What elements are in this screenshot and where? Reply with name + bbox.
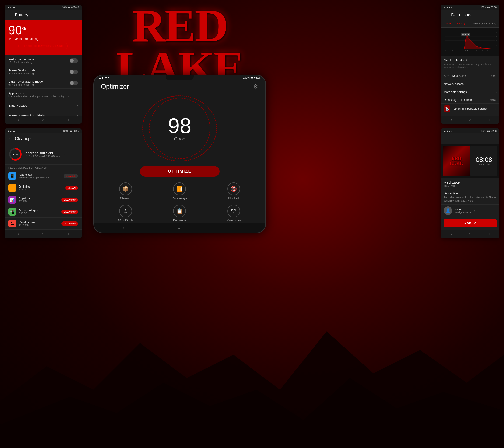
junk-clean-button[interactable]: CLEAN xyxy=(65,186,78,190)
app-launch-item[interactable]: App launch Manage launches and apps runn… xyxy=(5,89,82,101)
cleanup-nav-home[interactable]: ○ xyxy=(41,232,44,236)
data-bottom-bar: ‹ ○ □ xyxy=(441,116,499,124)
cleanup-status-right: 100% ■■ 08:06 xyxy=(63,130,79,132)
storage-title: Storage sufficient xyxy=(26,151,60,155)
theme-author[interactable]: 👤 hanni No signature set › xyxy=(441,205,499,217)
grid-virus-scan[interactable]: 🛡 Virus scan xyxy=(209,205,258,222)
data-nav-home[interactable]: ○ xyxy=(468,118,471,122)
background-mountains xyxy=(0,308,504,448)
svg-text:7: 7 xyxy=(493,50,494,51)
battery-usage-title: Battery usage xyxy=(8,104,27,107)
battery-time-remaining: 14 h 36 min remaining xyxy=(8,37,78,41)
theme-size: 48.52 MB xyxy=(444,185,497,187)
data-nav-back[interactable]: ‹ xyxy=(451,118,452,122)
data-limit-section: No data limit set Your carrier's data ca… xyxy=(441,55,499,72)
storage-chevron[interactable]: › xyxy=(64,152,65,156)
theme-desc-text: Red Lake theme for EMUI 9.1. Version 1.0… xyxy=(444,196,497,202)
grid-cleanup[interactable]: 📦 Cleanup xyxy=(101,182,150,200)
battery-nav-recent[interactable]: □ xyxy=(66,118,69,122)
optimizer-settings-icon[interactable]: ⚙ xyxy=(253,83,258,90)
phone-nav-back[interactable]: ‹ xyxy=(123,225,124,230)
data-back-button[interactable]: ← xyxy=(445,13,449,18)
theme-nav-back[interactable]: ‹ xyxy=(451,232,452,236)
autoclean-sub: Maintain optimal performance xyxy=(19,176,61,179)
apply-theme-button[interactable]: APPLY xyxy=(444,219,497,228)
phone-header: Optimizer ⚙ xyxy=(94,80,265,93)
grid-blocked[interactable]: 📵 Blocked xyxy=(209,182,258,200)
grid-data-usage[interactable]: 📶 Data usage xyxy=(155,182,204,200)
battery-header: ← Battery xyxy=(5,10,82,20)
author-avatar: 👤 xyxy=(444,207,452,215)
theme-header: ← xyxy=(441,133,499,144)
performance-mode-toggle[interactable] xyxy=(70,58,78,63)
sim1-tab[interactable]: SIM 1 (Telekom) xyxy=(441,20,470,27)
phone-battery-time: 100% ■■ 08:08 xyxy=(243,76,261,79)
optimizer-circle: 98 Good xyxy=(142,95,217,161)
optimize-battery-button[interactable]: OPTIMIZE BATTERY USAGE xyxy=(18,43,68,49)
junk-files-item: 🗑 Junk files 4.17 GB CLEAN xyxy=(5,182,82,194)
cleanup-header: ← Cleanup xyxy=(5,133,82,144)
theme-lockscreen-preview: 08:08 Min, 12 Feb xyxy=(470,146,498,176)
residual-title: Residual files xyxy=(19,221,59,224)
autoclean-enable-button[interactable]: ENABLE xyxy=(64,174,78,178)
data-nav-recent[interactable]: □ xyxy=(487,118,489,122)
data-panel: ▲▲ ●● 100% ■■ 08:08 ← Data usage SIM 1 (… xyxy=(441,5,499,124)
svg-text:5: 5 xyxy=(482,50,483,51)
tethering-item[interactable]: 📡 Tethering & portable hotspot › xyxy=(441,104,499,114)
cleanup-nav-back[interactable]: ‹ xyxy=(18,232,19,236)
grid-hours[interactable]: ⏱ 28 h 13 min xyxy=(101,205,150,222)
cleanup-nav-recent[interactable]: □ xyxy=(66,232,69,236)
virus-scan-grid-icon: 🛡 xyxy=(227,205,240,217)
network-access-chevron: › xyxy=(496,83,497,85)
phone-nav-recent[interactable]: □ xyxy=(234,225,236,230)
power-saving-mode-title: Power Saving mode xyxy=(8,69,36,72)
optimize-button[interactable]: OPTIMIZE xyxy=(140,166,219,177)
phone-nav-home[interactable]: ○ xyxy=(178,225,180,230)
data-usage-chart: 254 203 153 102 51 0.0 1 2 Today 4 5 6 7… xyxy=(443,29,498,52)
cleanup-panel: ▲▲ ●● 100% ■■ 08:06 ← Cleanup 87% Storag… xyxy=(5,128,82,238)
grid-dropzone[interactable]: 📋 Dropzone xyxy=(155,205,204,222)
network-access-item[interactable]: Network access › xyxy=(441,80,499,88)
appdata-icon: 📊 xyxy=(8,196,16,204)
theme-info: Red Lake 48.52 MB xyxy=(441,178,499,190)
data-usage-more-link[interactable]: More › xyxy=(490,98,497,101)
app-launch-chevron: › xyxy=(77,93,78,97)
svg-text:1: 1 xyxy=(445,50,446,51)
power-saving-toggle[interactable] xyxy=(70,70,78,74)
battery-back-button[interactable]: ← xyxy=(8,13,13,18)
performance-mode-item: Performance mode 13 h 8 min remaining xyxy=(5,55,82,66)
ultra-power-title: Ultra Power Saving mode xyxy=(8,80,43,83)
phone-signal: ▲▲ ●●● xyxy=(99,76,109,79)
wallpaper-text: RED LAKE xyxy=(450,156,463,166)
ultra-power-toggle[interactable] xyxy=(70,81,78,85)
svg-text:102: 102 xyxy=(496,44,498,46)
storage-sub: 111.42 GB used, 128 GB total xyxy=(26,155,60,158)
theme-desc-more[interactable]: More xyxy=(468,199,473,202)
smart-data-saver-item[interactable]: Smart Data Saver Off › xyxy=(441,72,499,80)
battery-panel-statusbar: ▲▲ ●● 90% ■■ 4GB 08 xyxy=(5,5,82,10)
data-signal: ▲▲ ●● xyxy=(444,6,452,9)
ultra-power-sub: 94 h 34 min remaining xyxy=(8,83,43,86)
unused-apps-button[interactable]: CLEAN UP xyxy=(61,210,78,214)
residual-button[interactable]: CLEAN UP xyxy=(61,221,78,226)
author-name: hanni xyxy=(454,208,471,211)
theme-nav-home[interactable]: ○ xyxy=(468,232,471,236)
junk-title: Junk files xyxy=(19,185,63,188)
battery-nav-home[interactable]: ○ xyxy=(41,118,44,122)
storage-section: 87% Storage sufficient 111.42 GB used, 1… xyxy=(5,144,82,165)
cleanup-title: Cleanup xyxy=(15,136,31,141)
appdata-cleanup-button[interactable]: CLEAN UP xyxy=(61,198,78,202)
battery-title: Battery xyxy=(15,13,28,18)
performance-mode-title: Performance mode xyxy=(8,57,34,61)
svg-text:87%: 87% xyxy=(13,153,18,156)
battery-usage-item[interactable]: Battery usage › xyxy=(5,101,82,110)
cleanup-grid-label: Cleanup xyxy=(120,197,131,200)
more-data-settings-item[interactable]: More data settings › xyxy=(441,88,499,96)
junk-sub: 4.17 GB xyxy=(19,188,63,191)
sim2-tab[interactable]: SIM 2 (Telekom SK) xyxy=(470,20,499,27)
battery-nav-back[interactable]: ‹ xyxy=(18,118,19,122)
theme-back-button[interactable]: ← xyxy=(445,136,449,141)
cleanup-back-button[interactable]: ← xyxy=(8,136,13,141)
theme-nav-recent[interactable]: □ xyxy=(487,232,489,236)
sim-tabs: SIM 1 (Telekom) SIM 2 (Telekom SK) xyxy=(441,20,499,28)
